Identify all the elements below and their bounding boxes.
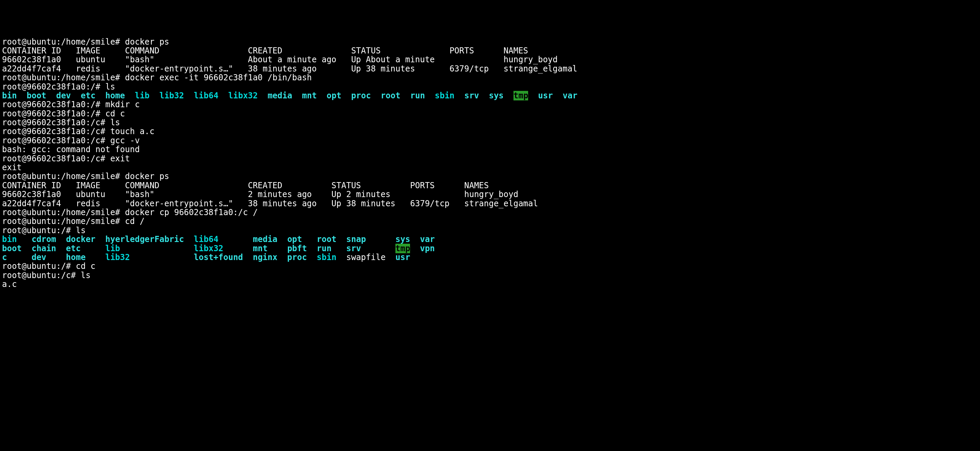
terminal-text: 96602c38f1a0 ubuntu "bash" 2 minutes ago… [2,190,518,199]
terminal-text [292,91,302,100]
terminal-line: bin boot dev etc home lib lib32 lib64 li… [2,91,978,100]
terminal-text: a22dd4f7caf4 redis "docker-entrypoint.s…… [2,199,538,208]
terminal-text: lost+found [194,253,243,262]
terminal-text: var [420,234,434,244]
terminal-text: root [317,234,337,244]
terminal-text: root@96602c38f1a0:/# mkdir c [2,100,140,109]
terminal-line: root@96602c38f1a0:/c# gcc -v [2,136,978,145]
terminal-text: snap [347,234,366,244]
terminal-line: root@96602c38f1a0:/# cd c [2,109,978,118]
terminal-line: a22dd4f7caf4 redis "docker-entrypoint.s…… [2,64,978,73]
terminal-text [81,244,105,253]
terminal-text: home [66,253,86,262]
terminal-output[interactable]: root@ubuntu:/home/smile# docker psCONTAI… [2,37,978,289]
terminal-text [125,91,135,100]
terminal-text: root@ubuntu:/home/smile# docker exec -it… [2,73,312,82]
terminal-text: dev [32,253,46,262]
terminal-text: srv [347,244,361,253]
terminal-text [317,91,327,100]
terminal-line: bash: gcc: command not found [2,145,978,154]
terminal-text: lib [105,244,120,253]
terminal-text: sys [489,91,504,100]
terminal-text: CONTAINER ID IMAGE COMMAND CREATED STATU… [2,46,528,56]
terminal-text [184,91,194,100]
terminal-text [17,91,27,100]
terminal-line: bin cdrom docker hyerledgerFabric lib64 … [2,235,978,244]
terminal-text [410,234,420,244]
terminal-text: run [317,244,331,253]
terminal-text: vpn [420,244,434,253]
terminal-text: home [105,91,125,100]
terminal-text: sys [395,234,410,244]
terminal-line: root@ubuntu:/# ls [2,226,978,235]
terminal-text: opt [327,91,341,100]
terminal-text: swapfile [347,253,386,262]
terminal-line: root@96602c38f1a0:/# ls [2,82,978,91]
terminal-text [7,253,31,262]
terminal-line: exit [2,163,978,172]
terminal-text: etc [81,91,95,100]
terminal-text: tmp [514,91,528,100]
terminal-text: root@ubuntu:/home/smile# docker cp 96602… [2,208,258,217]
terminal-text: a22dd4f7caf4 redis "docker-entrypoint.s…… [2,64,578,73]
terminal-text [46,91,56,100]
terminal-text: exit [2,163,22,172]
terminal-text: root@ubuntu:/home/smile# docker ps [2,172,169,181]
terminal-text [56,234,66,244]
terminal-text: srv [464,91,479,100]
terminal-text [95,234,105,244]
terminal-text: 96602c38f1a0 ubuntu "bash" About a minut… [2,55,558,64]
terminal-line: root@ubuntu:/home/smile# docker exec -it… [2,73,978,82]
terminal-text: root@ubuntu:/home/smile# docker ps [2,37,169,47]
terminal-text: var [563,91,578,100]
terminal-text: mnt [302,91,317,100]
terminal-line: root@ubuntu:/home/smile# cd / [2,217,978,226]
terminal-text: cdrom [32,234,56,244]
terminal-text: hyerledgerFabric [105,234,184,244]
terminal-text: root@ubuntu:/home/smile# cd / [2,217,145,226]
terminal-text: media [267,91,292,100]
terminal-text [120,244,194,253]
terminal-text [455,91,465,100]
terminal-text [56,244,66,253]
terminal-line: root@ubuntu:/# cd c [2,262,978,271]
terminal-text: usr [395,253,410,262]
terminal-text: lib [135,91,150,100]
terminal-text: a.c [2,279,17,289]
terminal-text: lib64 [194,234,218,244]
terminal-text [243,253,253,262]
terminal-line: root@ubuntu:/home/smile# docker cp 96602… [2,208,978,217]
terminal-text [218,91,228,100]
terminal-text [277,253,287,262]
terminal-text: opt [287,234,302,244]
terminal-text [337,253,347,262]
terminal-line: boot chain etc lib libx32 mnt pbft run s… [2,244,978,253]
terminal-text: run [410,91,425,100]
terminal-text: lib32 [159,91,184,100]
terminal-line: root@ubuntu:/home/smile# docker ps [2,172,978,181]
terminal-text [331,244,346,253]
terminal-text: tmp [395,244,410,253]
terminal-text [17,234,31,244]
terminal-line: root@96602c38f1a0:/c# touch a.c [2,127,978,136]
terminal-text: c [2,253,7,262]
terminal-text [504,91,514,100]
terminal-text [267,244,287,253]
terminal-text [307,244,317,253]
terminal-text: chain [32,244,56,253]
terminal-line: CONTAINER ID IMAGE COMMAND CREATED STATU… [2,181,978,190]
terminal-text [401,91,410,100]
terminal-text [46,253,66,262]
terminal-line: root@ubuntu:/c# ls [2,271,978,280]
terminal-text: root@96602c38f1a0:/c# exit [2,154,130,163]
terminal-text [385,253,395,262]
terminal-text [22,244,32,253]
terminal-text [302,234,317,244]
terminal-text [361,244,395,253]
terminal-text [223,244,253,253]
terminal-text: docker [66,234,95,244]
terminal-line: c dev home lib32 lost+found nginx proc s… [2,253,978,262]
terminal-line: root@96602c38f1a0:/c# ls [2,118,978,127]
terminal-text: root@96602c38f1a0:/# ls [2,82,115,92]
terminal-text: root@ubuntu:/# ls [2,226,86,235]
